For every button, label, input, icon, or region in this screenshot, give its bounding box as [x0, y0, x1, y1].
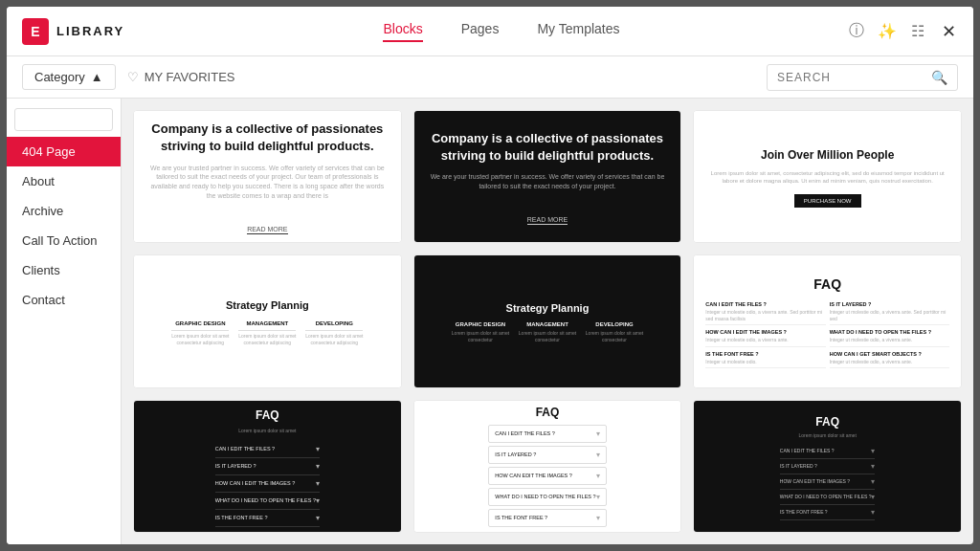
heart-icon: ♡: [127, 70, 139, 84]
library-modal: E LIBRARY Blocks Pages My Templates ⓘ ✨ …: [7, 7, 973, 544]
sidebar-search-input[interactable]: [14, 108, 113, 131]
card1-body: We are your trusted partner in success. …: [149, 164, 386, 201]
tab-my-templates[interactable]: My Templates: [537, 21, 619, 42]
close-icon[interactable]: ✕: [939, 22, 958, 41]
card1-link: READ MORE: [247, 226, 287, 234]
card5-col1: GRAPHIC DESIGN Lorem ipsum dolor sit ame…: [447, 321, 514, 342]
faq-row: IS IT LAYERED ?▾: [215, 458, 320, 475]
sidebar-item-clients[interactable]: Clients: [7, 255, 121, 285]
card7-heading: FAQ: [215, 408, 320, 422]
faq-item: WHAT DO I NEED TO OPEN THE FILES ? Integ…: [830, 329, 949, 347]
faq-row: HOW CAN EDIT THE IMAGES ?▾: [488, 467, 606, 485]
main-content: 404 Page About Archive Call To Action Cl…: [7, 99, 973, 544]
faq-row: CAN I EDIT THE FILES ?▾: [780, 444, 876, 459]
search-icon: 🔍: [931, 70, 947, 85]
chevron-up-icon: ▲: [91, 70, 103, 84]
favorites-label: MY FAVORITES: [145, 70, 235, 84]
card-faq-accordion-white[interactable]: FAQ CAN I EDIT THE FILES ?▾ IS IT LAYERE…: [413, 400, 682, 533]
card5-col2: MANAGEMENT Lorem ipsum dolor sit amet co…: [514, 321, 581, 342]
card4-heading: Strategy Plannig: [167, 299, 368, 311]
card7-subheading: Lorem ipsum dolor sit amet: [215, 428, 320, 433]
lightning-icon[interactable]: ✨: [878, 22, 897, 41]
faq-item: IS THE FONT FREE ? Integer ut molestie o…: [705, 351, 825, 369]
faq-row: HOW CAN I EDIT THE IMAGES ?▾: [215, 475, 320, 493]
faq-row: WHAT DO I NEED TO OPEN THE FILES ?▾: [488, 488, 606, 506]
faq-row: HOW CAN EDIT THE IMAGES ?▾: [780, 474, 876, 490]
faq-row: IS IT LAYERED ?▾: [780, 459, 876, 474]
card-strategy-dark[interactable]: Strategy Plannig GRAPHIC DESIGN Lorem ip…: [413, 254, 682, 387]
faq-row: WHAT DO I NEED TO OPEN THE FILES ?▾: [215, 493, 320, 510]
card-faq-grid-white[interactable]: FAQ CAN I EDIT THE FILES ? Integer ut mo…: [693, 254, 962, 387]
library-title: LIBRARY: [56, 24, 124, 38]
category-label: Category: [34, 70, 85, 84]
faq-row: WHAT DO I NEED TO OPEN THE FILES ?▾: [780, 490, 876, 505]
card3-body: Lorem ipsum dolor sit amet, consectetur …: [707, 169, 947, 186]
info-icon[interactable]: ⓘ: [847, 22, 866, 41]
sidebar-item-call-to-action[interactable]: Call To Action: [7, 226, 121, 255]
faq-row: IS THE FONT FREE ?▾: [488, 509, 606, 527]
sidebar-item-404page[interactable]: 404 Page: [7, 137, 121, 166]
toolbar: Category ▲ ♡ MY FAVORITES 🔍: [7, 56, 973, 99]
grid-icon[interactable]: ☷: [908, 22, 927, 41]
faq-row: CAN I EDIT THE FILES ?▾: [215, 441, 320, 458]
card-company-dark[interactable]: Company is a collective of passionates s…: [413, 110, 682, 243]
card9-subheading: Lorem ipsum dolor sit amet: [780, 432, 876, 438]
elementor-logo-icon: E: [22, 18, 49, 45]
favorites-button[interactable]: ♡ MY FAVORITES: [127, 70, 235, 84]
card-faq-accordion-dark2[interactable]: FAQ Lorem ipsum dolor sit amet CAN I EDI…: [693, 400, 962, 533]
faq-row: IS THE FONT FREE ?▾: [215, 510, 320, 527]
sidebar-item-archive[interactable]: Archive: [7, 196, 121, 226]
faq-item: HOW CAN I EDIT THE IMAGES ? Integer ut m…: [705, 329, 825, 347]
logo-area: E LIBRARY: [22, 18, 156, 45]
category-button[interactable]: Category ▲: [22, 64, 116, 90]
card3-heading: Join Over Million People: [707, 148, 947, 162]
card9-heading: FAQ: [780, 415, 876, 429]
faq-item: IS IT LAYERED ? Integer ut molestie odio…: [830, 301, 949, 325]
search-area: 🔍: [767, 64, 958, 91]
card8-heading: FAQ: [488, 406, 606, 419]
card4-col3: DEVELOPING Lorem ipsum dolor sit amet co…: [301, 320, 368, 345]
card2-link: READ MORE: [527, 216, 568, 225]
faq-row: IS IT LAYERED ?▾: [488, 446, 606, 464]
modal-header: E LIBRARY Blocks Pages My Templates ⓘ ✨ …: [7, 7, 973, 56]
card-company-white[interactable]: Company is a collective of passionates s…: [133, 110, 402, 243]
tab-pages[interactable]: Pages: [461, 21, 500, 42]
card2-body: We are your trusted partner in success. …: [430, 172, 666, 191]
header-actions: ⓘ ✨ ☷ ✕: [847, 22, 958, 41]
faq-item: CAN I EDIT THE FILES ? Integer ut molest…: [705, 301, 825, 325]
card1-heading: Company is a collective of passionates s…: [149, 121, 386, 155]
card-join-cta[interactable]: Join Over Million People Lorem ipsum dol…: [693, 110, 962, 243]
card2-heading: Company is a collective of passionates s…: [430, 130, 666, 165]
card-strategy-white[interactable]: Strategy Plannig GRAPHIC DESIGN Lorem ip…: [133, 254, 402, 387]
card-faq-accordion-dark[interactable]: FAQ Lorem ipsum dolor sit amet CAN I EDI…: [133, 400, 402, 533]
faq-row: IS THE FONT FREE ?▾: [780, 505, 876, 520]
card5-col3: DEVELOPING Lorem ipsum dolor sit amet co…: [581, 321, 648, 342]
faq-row: CAN I EDIT THE FILES ?▾: [488, 425, 606, 443]
sidebar-item-about[interactable]: About: [7, 166, 121, 196]
faq-item: HOW CAN I GET SMART OBJECTS ? Integer ut…: [830, 351, 949, 369]
card4-col2: MANAGEMENT Lorem ipsum dolor sit amet co…: [234, 320, 301, 345]
search-input[interactable]: [777, 71, 924, 84]
header-tabs: Blocks Pages My Templates: [156, 21, 847, 42]
cards-grid: Company is a collective of passionates s…: [122, 99, 973, 544]
card3-btn: PURCHASE NOW: [794, 194, 861, 208]
tab-blocks[interactable]: Blocks: [383, 21, 422, 42]
sidebar: 404 Page About Archive Call To Action Cl…: [7, 99, 122, 544]
sidebar-item-contact[interactable]: Contact: [7, 285, 121, 315]
card4-col1: GRAPHIC DESIGN Lorem ipsum dolor sit ame…: [167, 320, 234, 345]
card5-heading: Strategy Plannig: [447, 302, 648, 314]
card6-heading: FAQ: [705, 276, 949, 292]
